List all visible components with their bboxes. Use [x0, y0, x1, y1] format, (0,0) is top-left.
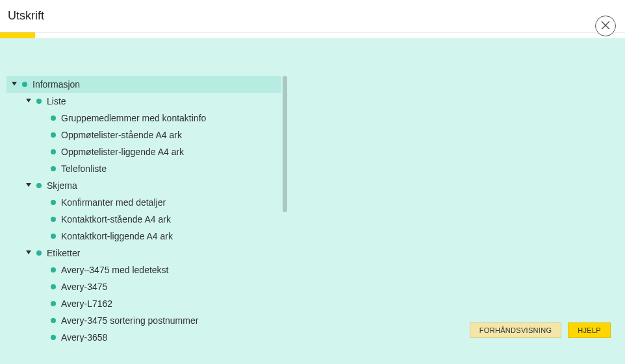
bullet-icon [36, 250, 42, 256]
tree-scrollbar[interactable] [283, 76, 287, 342]
bullet-icon [51, 234, 56, 239]
tree-node-label: Etiketter [47, 248, 80, 258]
tree-node-label: Informasjon [32, 79, 80, 90]
tree-leaf[interactable]: Avery-3658 [6, 329, 281, 342]
footer-buttons: FORHÅNDSVISNING HJELP [470, 322, 611, 338]
tree-node-label: Skjema [47, 180, 77, 191]
dialog-title: Utskrift [8, 9, 44, 23]
tree-node-label: Avery-3475 [61, 282, 107, 292]
bullet-icon [51, 301, 56, 306]
tree-node-label: Konfirmanter med detaljer [61, 197, 166, 208]
svg-marker-2 [12, 82, 17, 86]
help-button[interactable]: HJELP [568, 322, 611, 338]
bullet-icon [36, 183, 42, 188]
bullet-icon [22, 82, 27, 87]
preview-button[interactable]: FORHÅNDSVISNING [470, 322, 561, 338]
bullet-icon [51, 284, 56, 289]
active-tab-indicator [0, 32, 35, 38]
tree-leaf[interactable]: Telefonliste [6, 160, 281, 177]
tree-leaf[interactable]: Kontaktkort-stående A4 ark [6, 211, 281, 228]
collapse-icon[interactable] [10, 80, 18, 88]
close-icon [601, 21, 610, 32]
tree-leaf[interactable]: Oppmøtelister-liggende A4 ark [6, 143, 281, 160]
bullet-icon [51, 115, 56, 121]
bullet-icon [36, 99, 42, 104]
tree-node-informasjon[interactable]: Informasjon [6, 76, 281, 93]
tree-node-label: Avery-3475 sortering postnummer [61, 315, 198, 326]
tree-node-label: Oppmøtelister-stående A4 ark [61, 130, 182, 140]
tree-node-skjema[interactable]: Skjema [6, 177, 281, 194]
tree-leaf[interactable]: Kontaktkort-liggende A4 ark [6, 228, 281, 245]
tab-strip [0, 32, 625, 38]
tree-leaf[interactable]: Avery–3475 med ledetekst [6, 261, 281, 278]
tree-node-etiketter[interactable]: Etiketter [6, 245, 281, 261]
bullet-icon [51, 335, 56, 340]
tree-node-label: Avery-3658 [61, 332, 107, 342]
tree-leaf[interactable]: Oppmøtelister-stående A4 ark [6, 127, 281, 143]
tree-node-label: Avery-L7162 [61, 298, 112, 309]
bullet-icon [51, 318, 56, 323]
tree-node-label: Gruppemedlemmer med kontaktinfo [61, 113, 206, 123]
tree-panel: Informasjon Liste Gruppemedlemmer med ko… [6, 76, 287, 342]
bullet-icon [51, 217, 56, 222]
svg-marker-5 [26, 250, 31, 254]
collapse-icon[interactable] [25, 182, 32, 189]
tree-node-label: Liste [47, 96, 66, 106]
dialog-header: Utskrift [0, 0, 625, 32]
collapse-icon[interactable] [25, 97, 32, 105]
report-tree: Informasjon Liste Gruppemedlemmer med ko… [6, 76, 281, 342]
bullet-icon [51, 267, 56, 273]
dialog-body: Informasjon Liste Gruppemedlemmer med ko… [0, 38, 625, 364]
tree-leaf[interactable]: Avery-3475 sortering postnummer [6, 312, 281, 329]
svg-marker-3 [26, 99, 31, 103]
tree-leaf[interactable]: Gruppemedlemmer med kontaktinfo [6, 110, 281, 127]
collapse-icon[interactable] [25, 249, 32, 257]
bullet-icon [51, 200, 56, 205]
svg-marker-4 [26, 183, 31, 187]
tree-leaf[interactable]: Konfirmanter med detaljer [6, 194, 281, 211]
tree-node-label: Oppmøtelister-liggende A4 ark [61, 147, 184, 157]
tree-node-label: Kontaktkort-liggende A4 ark [61, 231, 173, 241]
close-button[interactable] [595, 16, 616, 36]
bullet-icon [51, 149, 56, 154]
bullet-icon [51, 166, 56, 171]
tree-node-liste[interactable]: Liste [6, 93, 281, 110]
tree-node-label: Avery–3475 med ledetekst [61, 265, 169, 275]
tree-node-label: Kontaktkort-stående A4 ark [61, 214, 171, 224]
bullet-icon [51, 132, 56, 138]
tree-node-label: Telefonliste [61, 164, 107, 174]
tree-leaf[interactable]: Avery-L7162 [6, 295, 281, 312]
scrollbar-thumb[interactable] [283, 76, 287, 212]
tree-leaf[interactable]: Avery-3475 [6, 278, 281, 295]
